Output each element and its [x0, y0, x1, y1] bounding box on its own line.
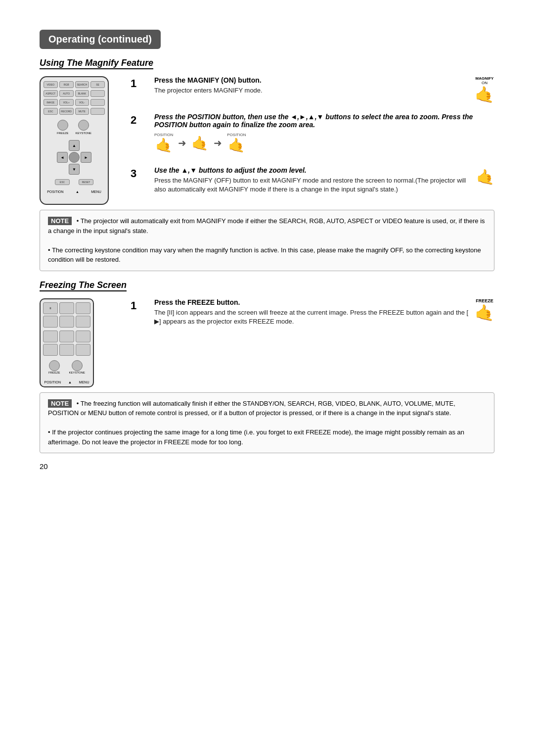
esc-btn: ESC: [44, 108, 58, 115]
se-btn: SE: [90, 81, 105, 88]
dpad-down: ▼: [69, 164, 80, 175]
empty-btn: [90, 90, 105, 97]
step2-icons: POSITION 🤙 ➜ 🤙 ➜ POSITION 🤙: [154, 133, 494, 153]
freeze-round-btn: [57, 120, 68, 131]
keystone-btn-label: KEYSTONE: [69, 371, 86, 374]
video-btn: VIDEO: [44, 81, 58, 88]
fr-position-label: POSITION: [44, 380, 60, 384]
fr-btn4: [43, 316, 58, 328]
magnify-step3: 3 🤙 Use the ▲,▼ buttons to adjust the zo…: [131, 166, 494, 194]
vol-up-btn: VOL+: [59, 99, 74, 106]
freeze-btn-label: FREEZE: [48, 371, 60, 374]
freeze-section: Freezing The Screen II: [40, 280, 494, 387]
magnify-section: Using The Magnify Feature VIDEO RGB SEAR…: [40, 58, 494, 205]
magnify-note-text2: • The correcting keystone condition may …: [48, 246, 481, 264]
page-number: 20: [40, 462, 494, 471]
fr-btn10: [43, 344, 58, 356]
fr-btn11: [59, 344, 74, 356]
blank-btn: BLANK: [75, 90, 89, 97]
arrow-icon-2: ➜: [214, 137, 222, 149]
dpad-up: ▲: [69, 140, 80, 151]
freeze-note-text2: • If the projector continues projecting …: [48, 428, 464, 446]
fr-btn2: [59, 302, 74, 314]
fr-btn9: [76, 331, 90, 342]
mute-btn: MUTE: [75, 108, 89, 115]
dpad-center: [69, 152, 80, 163]
fr-triangle-label: ▲: [68, 380, 72, 384]
menu-label: MENU: [91, 190, 101, 193]
fr-btn12: [76, 344, 90, 356]
magnify-title: Using The Magnify Feature: [40, 58, 153, 69]
arrow-icon-1: ➜: [178, 137, 186, 149]
freeze-hand-icon: FREEZE 🤙: [475, 298, 494, 322]
magnify-note-text1: • The projector will automatically exit …: [48, 217, 485, 235]
fr-btn3: [76, 302, 90, 314]
freeze-note-box: NOTE • The freezing function will automa…: [40, 392, 494, 454]
triangle-label: ▲: [76, 190, 79, 193]
magnify-step1: 1 MAGNIFY ON 🤙 Press the MAGNIFY (ON) bu…: [131, 76, 494, 104]
fr-btn7: [43, 331, 58, 342]
magnify-note-box: NOTE • The projector will automatically …: [40, 210, 494, 271]
freeze-note-label: NOTE: [48, 399, 72, 408]
freeze-circle: [49, 360, 60, 371]
fr-menu-label: MENU: [79, 380, 89, 384]
page-header: Operating (continued): [40, 30, 161, 49]
dpad-br: [81, 164, 91, 175]
vol-dn-btn: VOL-: [75, 99, 89, 106]
dpad: ▲ ◄ ► ▼: [57, 140, 91, 175]
esc2-btn: ESC: [55, 179, 70, 185]
auto-btn: AUTO: [59, 90, 74, 97]
dpad-tl: [57, 140, 68, 151]
hand-icon-2: 🤙: [191, 135, 209, 151]
fr-btn5: [59, 316, 74, 328]
rgb-btn: RGB: [59, 81, 74, 88]
freeze-steps: 1 FREEZE 🤙 Press the FREEZE button. The …: [131, 298, 494, 387]
magnify-steps: 1 MAGNIFY ON 🤙 Press the MAGNIFY (ON) bu…: [131, 76, 494, 205]
keystone-circle: [72, 360, 83, 371]
fr-btn6: [76, 316, 90, 328]
magnify-on-icon: MAGNIFY ON 🤙: [475, 76, 494, 104]
dpad-left: ◄: [57, 152, 68, 163]
remote-control: VIDEO RGB SEARCH SE ASPECT AUTO BLANK IM…: [40, 76, 109, 205]
hand-icon-3: 🤙: [227, 137, 246, 153]
dpad-bl: [57, 164, 68, 175]
empty2-btn: [90, 99, 105, 106]
dpad-tr: [81, 140, 91, 151]
search-btn: SEARCH: [75, 81, 89, 88]
pos-label1: POSITION: [154, 133, 173, 137]
empty3-btn: [90, 108, 105, 115]
freeze-note-text1: • The freezing function will automatical…: [48, 400, 455, 417]
fr-btn8: [59, 331, 74, 342]
dpad-right: ►: [81, 152, 91, 163]
record-btn: RECORD: [59, 108, 74, 115]
freeze-remote: II: [40, 298, 94, 387]
keystone-round-btn: [78, 120, 89, 131]
freeze-step1: 1 FREEZE 🤙 Press the FREEZE button. The …: [131, 298, 494, 326]
freeze-remote-col: II: [40, 298, 119, 387]
aspect-btn: ASPECT: [44, 90, 58, 97]
pos-label2: POSITION: [227, 133, 246, 137]
image-btn: IMAGE: [44, 99, 58, 106]
magnify-off-icon: 🤙: [476, 168, 494, 186]
position-label: POSITION: [47, 190, 63, 193]
freeze-title: Freezing The Screen: [40, 280, 127, 291]
magnify-step2: 2 Press the POSITION button, then use th…: [131, 113, 494, 157]
hand-icon-1: 🤙: [154, 137, 173, 153]
magnify-note-label: NOTE: [48, 217, 72, 225]
reset-btn: RESET: [79, 179, 93, 185]
fr-btn1: II: [43, 302, 58, 314]
